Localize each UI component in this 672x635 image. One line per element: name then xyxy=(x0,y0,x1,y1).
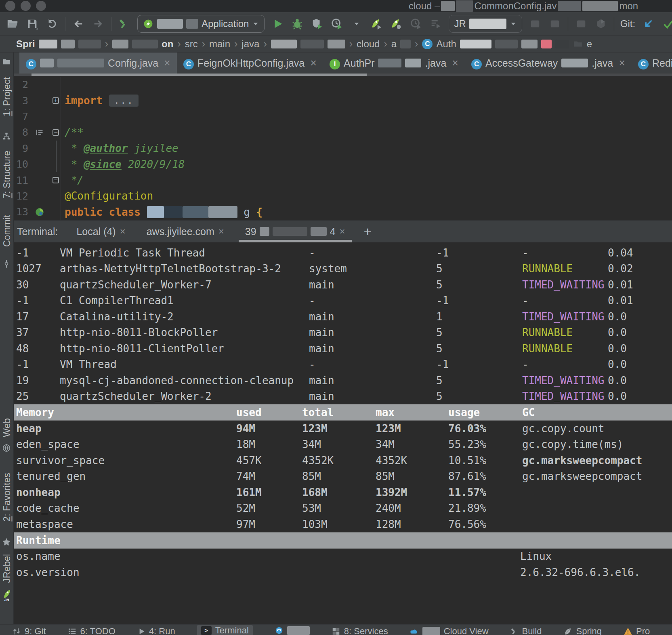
redaction-blob xyxy=(558,1,581,11)
traffic-light-close-icon[interactable] xyxy=(5,1,15,11)
dock-toolwindow-button[interactable]: 7: Structure xyxy=(1,141,13,208)
star-icon[interactable] xyxy=(2,537,11,546)
memory-cell: 94M xyxy=(236,423,255,435)
thread-row: -1VM Periodic Task Thread--1-0.04 xyxy=(14,245,672,261)
toolwindow-button-pro[interactable]: Pro xyxy=(624,626,650,635)
editor-tab[interactable]: CConfig.java× xyxy=(19,53,177,74)
thread-cell: 5 xyxy=(436,343,443,355)
memory-cell: code_cache xyxy=(16,502,80,514)
open-project-icon[interactable] xyxy=(6,17,19,31)
profiler-caret-icon[interactable] xyxy=(350,17,363,31)
traffic-light-minimize-icon[interactable] xyxy=(21,1,31,11)
terminal-tab[interactable]: aws.jiyilee.com× xyxy=(143,221,227,242)
close-tab-icon[interactable]: × xyxy=(310,58,317,69)
back-icon[interactable] xyxy=(71,17,85,31)
terminal-label: Terminal: xyxy=(17,226,58,238)
editor-tab[interactable]: CAccessGateway.java× xyxy=(465,53,632,74)
jrebel-rocket-icon[interactable]: JR xyxy=(2,588,13,602)
toolwindow-button-9-git[interactable]: 9: Git xyxy=(12,626,46,635)
commit-node-icon[interactable] xyxy=(2,259,11,268)
breadcrumb[interactable]: Spri›on›src›main›java››cloud›a›CAuthe xyxy=(0,36,672,53)
tab-scrollbar-thumb[interactable] xyxy=(32,74,367,76)
dock-toolwindow-button[interactable]: Commit xyxy=(1,209,13,252)
traffic-light-zoom-icon[interactable] xyxy=(36,1,46,11)
forward-icon[interactable] xyxy=(91,17,105,31)
dock-toolwindow-button[interactable]: Web xyxy=(1,416,13,439)
dock-toolwindow-button[interactable]: JRebel xyxy=(1,550,13,587)
toolwindow-button-8-services[interactable]: 8: Services xyxy=(332,626,388,635)
globe-icon[interactable] xyxy=(2,444,11,452)
save-all-icon[interactable] xyxy=(25,17,39,31)
text-fragment: java xyxy=(242,38,259,50)
close-tab-icon[interactable]: × xyxy=(619,58,625,69)
bean-icon[interactable] xyxy=(34,207,45,217)
code-line: 7 xyxy=(14,109,672,124)
build-hammer-icon[interactable] xyxy=(118,17,131,31)
line-number: 8 xyxy=(14,126,28,138)
memory-cell: 168M xyxy=(302,486,328,498)
terminal-output[interactable]: -1VM Periodic Task Thread--1-0.041027art… xyxy=(14,242,672,624)
close-terminal-tab-icon[interactable]: × xyxy=(120,227,126,236)
run-dashboard-icon xyxy=(429,17,443,31)
run-button-icon[interactable] xyxy=(271,17,284,31)
run-with-coverage-icon[interactable] xyxy=(310,17,324,31)
dock-toolwindow-button[interactable]: 2: Favorites xyxy=(1,465,13,529)
fold-marker-icon[interactable]: − xyxy=(52,129,59,136)
memory-cell: 103M xyxy=(302,518,328,530)
thread-cell: 5 xyxy=(436,279,443,291)
text-fragment: AccessGateway xyxy=(485,57,558,69)
toolwindow-button-build[interactable]: Build xyxy=(510,626,542,635)
editor-tab[interactable]: IAuthPr.java× xyxy=(323,53,465,74)
code-line: 2 xyxy=(14,77,672,93)
toolwindow-button-terminal[interactable]: >Terminal xyxy=(197,625,253,635)
fold-marker-icon[interactable]: − xyxy=(52,177,59,183)
thread-cell: - xyxy=(522,358,529,370)
folder-small-icon[interactable] xyxy=(2,57,11,66)
doclist-icon[interactable] xyxy=(35,128,44,137)
gutter-icon-slot xyxy=(28,207,51,217)
debug-button-icon[interactable] xyxy=(290,17,304,31)
synchronize-icon[interactable] xyxy=(45,17,59,31)
run-configuration-combo[interactable]: Application xyxy=(137,15,265,33)
code-editor[interactable]: 23+import ...78−/**9 * @author jiyilee10… xyxy=(14,74,672,220)
editor-tab[interactable]: CFeignOkHttpConfig.java× xyxy=(177,53,323,74)
fold-marker-icon[interactable]: + xyxy=(52,97,59,104)
new-terminal-tab-button[interactable]: + xyxy=(364,224,372,240)
close-terminal-tab-icon[interactable]: × xyxy=(218,227,224,236)
close-tab-icon[interactable]: × xyxy=(164,58,170,69)
thread-cell: 0.01 xyxy=(608,279,633,291)
thread-cell: 30 xyxy=(16,279,29,291)
thread-cell: -1 xyxy=(16,247,29,259)
line-number: 13 xyxy=(14,206,28,218)
jrebel-run-icon[interactable] xyxy=(370,17,383,31)
jrebel-server-combo[interactable]: JR xyxy=(449,15,522,33)
close-terminal-tab-icon[interactable]: × xyxy=(340,227,345,236)
code-line: 13public class g { xyxy=(14,204,672,220)
toolwindow-button-spring[interactable]: Spring xyxy=(563,626,602,635)
text-fragment: cloud – xyxy=(409,0,440,12)
redaction-blob xyxy=(460,40,491,48)
terminal-tab[interactable]: Local (4)× xyxy=(73,221,128,242)
code-text: @Configuration xyxy=(61,190,153,202)
git-commit-icon[interactable] xyxy=(661,17,672,31)
jrebel-debug-icon[interactable] xyxy=(389,17,403,31)
text-fragment: cloud xyxy=(357,38,380,50)
toolwindow-button-4-run[interactable]: 4: Run xyxy=(137,626,175,635)
memory-cell: 34M xyxy=(302,438,321,450)
dock-toolwindow-button[interactable]: 1: Project xyxy=(1,66,13,127)
thread-cell: - xyxy=(522,294,529,307)
editor-tab[interactable]: CRedisRDefini xyxy=(632,53,672,74)
toolwindow-button-redacted[interactable] xyxy=(275,626,310,635)
fold-slot xyxy=(51,109,61,124)
text-fragment: .java xyxy=(592,57,613,69)
terminal-tab[interactable]: 394× xyxy=(242,221,349,242)
structure-icon[interactable] xyxy=(2,132,11,141)
profiler-icon[interactable] xyxy=(330,17,344,31)
close-tab-icon[interactable]: × xyxy=(452,58,458,69)
git-update-icon[interactable] xyxy=(641,17,655,31)
toolwindow-button-6-todo[interactable]: 6: TODO xyxy=(68,626,116,635)
redaction-blob xyxy=(273,227,307,236)
toolwindow-bar: 9: Git6: TODO4: Run>Terminal8: ServicesC… xyxy=(0,624,672,635)
toolwindow-button-cloud-view[interactable]: Cloud View xyxy=(410,626,489,635)
class-icon: C xyxy=(638,57,649,69)
